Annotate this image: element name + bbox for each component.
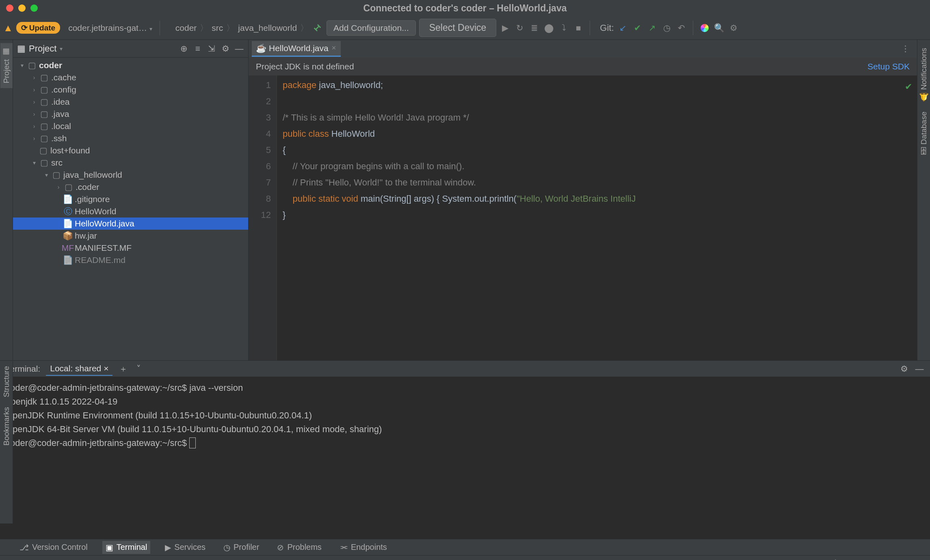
terminal-cursor: [189, 437, 196, 448]
tree-java[interactable]: ›▢.java: [13, 108, 248, 120]
bottom-tool-tabs: ⎇ Version Control ▣ Terminal ▶ Services …: [0, 539, 930, 555]
vcs-tab[interactable]: ⎇ Version Control: [16, 541, 91, 554]
tree-lostfound[interactable]: ▢lost+found: [13, 144, 248, 157]
tree-local[interactable]: ›▢.local: [13, 120, 248, 132]
hide-icon[interactable]: —: [234, 44, 244, 54]
tool-windows-icon[interactable]: ◱: [5, 558, 12, 560]
panel-title[interactable]: ▦ Project ▾: [17, 43, 63, 54]
tree-readme[interactable]: 📄README.md: [13, 254, 248, 266]
collapse-all-icon[interactable]: ⇲: [207, 44, 216, 54]
select-device-button[interactable]: Select Device: [419, 19, 497, 37]
crumb-pkg[interactable]: java_helloworld: [236, 22, 298, 34]
minimize-window[interactable]: [18, 4, 26, 12]
close-window[interactable]: [6, 4, 13, 12]
git-push-icon[interactable]: ↗: [647, 22, 658, 34]
profiler-tab[interactable]: ◷ Profiler: [220, 541, 262, 554]
project-tool-tab[interactable]: Project ▦: [0, 43, 13, 88]
add-configuration-button[interactable]: Add Configuration...: [327, 20, 416, 36]
tree-hw-class[interactable]: ⒸHelloWorld: [13, 205, 248, 218]
warning-icon: ▲: [3, 22, 13, 34]
terminal-output[interactable]: coder@coder-admin-jetbrains-gateway:~/sr…: [0, 377, 930, 539]
tree-config[interactable]: ›▢.config: [13, 84, 248, 96]
crumb-root[interactable]: coder: [174, 22, 199, 34]
build-icon[interactable]: [312, 22, 323, 34]
git-pull-icon[interactable]: ↙: [617, 22, 629, 34]
git-history-icon[interactable]: ◷: [661, 22, 673, 34]
close-tab-icon[interactable]: ×: [332, 44, 336, 52]
terminal-menu-icon[interactable]: ˅: [134, 364, 143, 374]
hide-terminal-icon[interactable]: —: [915, 364, 924, 374]
services-tab[interactable]: ▶ Services: [162, 541, 209, 554]
select-opened-icon[interactable]: ⊕: [179, 44, 189, 54]
tree-cache[interactable]: ›▢.cache: [13, 71, 248, 84]
rerun-icon[interactable]: ↻: [514, 22, 526, 34]
status-indexing[interactable]: Indexing JDK '11 (2)': [255, 558, 326, 560]
status-network[interactable]: (D) ↑36 B/s / ↓122 B/s: [632, 558, 707, 560]
project-selector[interactable]: coder.jetbrains-gat… ▾: [67, 22, 154, 34]
setup-sdk-link[interactable]: Setup SDK: [867, 62, 910, 71]
debug-icon[interactable]: ⬤: [543, 22, 555, 34]
code-text[interactable]: package java_helloworld; /* This is a si…: [277, 75, 917, 360]
problems-tab[interactable]: ⊘ Problems: [274, 541, 324, 554]
line-gutter: 1 2 3 4 5 6 7 8 12: [249, 75, 277, 360]
expand-all-icon[interactable]: ≡: [193, 44, 203, 54]
editor-tab[interactable]: ☕ HelloWorld.java ×: [252, 41, 341, 57]
database-tab[interactable]: 🗄 Database: [918, 107, 930, 159]
git-revert-icon[interactable]: ↶: [676, 22, 687, 34]
right-tool-strip: 🔔 Notifications 🗄 Database: [917, 40, 930, 360]
tree-hw-java[interactable]: 📄HelloWorld.java: [13, 218, 248, 230]
status-ping[interactable]: Ping (UI): 40 (40): [866, 558, 925, 560]
tree-root[interactable]: ▾▢coder: [13, 59, 248, 71]
tab-menu-icon[interactable]: ⋮: [897, 44, 914, 54]
update-button[interactable]: ⟳ Update: [16, 22, 60, 34]
terminal-tool-tab[interactable]: ▣ Terminal: [102, 541, 151, 554]
status-bar: ◱ Download pre-built shared indexes: Red…: [0, 555, 930, 560]
bookmarks-tab[interactable]: Bookmarks: [0, 402, 13, 450]
tree-idea[interactable]: ›▢.idea: [13, 96, 248, 108]
inspection-ok-icon[interactable]: ✔: [905, 79, 912, 95]
tree-ssh[interactable]: ›▢.ssh: [13, 132, 248, 144]
tree-jhw[interactable]: ▾▢java_helloworld: [13, 169, 248, 181]
tree-manifest[interactable]: MFMANIFEST.MF: [13, 242, 248, 254]
maximize-window[interactable]: [30, 4, 38, 12]
attach-icon[interactable]: ⤵: [558, 22, 569, 34]
coverage-icon[interactable]: ≣: [529, 22, 540, 34]
terminal-settings-icon[interactable]: ⚙: [899, 364, 909, 374]
terminal-header: Terminal: Local: shared × ＋ ˅ ⚙ —: [0, 361, 930, 377]
status-line-sep[interactable]: LF: [738, 558, 746, 560]
git-label: Git:: [600, 23, 614, 33]
settings-icon[interactable]: ⚙: [728, 22, 740, 34]
run-icon[interactable]: ▶: [500, 22, 511, 34]
sdk-banner: Project JDK is not defined Setup SDK: [249, 58, 917, 75]
tree-hw-jar[interactable]: 📦hw.jar: [13, 230, 248, 242]
left-tool-strip: Project ▦: [0, 40, 13, 360]
crumb-src[interactable]: src: [210, 22, 225, 34]
separator: [160, 21, 160, 35]
main-toolbar: ▲ ⟳ Update coder.jetbrains-gat… ▾ coder〉…: [0, 16, 930, 40]
structure-tab[interactable]: Structure: [0, 361, 13, 402]
status-position[interactable]: 1:1: [717, 558, 727, 560]
endpoints-tab[interactable]: ⫘ Endpoints: [336, 541, 390, 554]
code-editor[interactable]: 1 2 3 4 5 6 7 8 12 package java_hellowor…: [249, 75, 917, 360]
tree-gitignore[interactable]: 📄.gitignore: [13, 193, 248, 205]
chevron-down-icon: ▾: [149, 26, 152, 32]
editor-tabs: ☕ HelloWorld.java × ⋮: [249, 40, 917, 58]
notifications-tab[interactable]: 🔔 Notifications: [917, 43, 930, 107]
status-indent[interactable]: 4 spaces: [788, 558, 819, 560]
git-commit-icon[interactable]: ✔: [632, 22, 643, 34]
tree-coder-folder[interactable]: ›▢.coder: [13, 181, 248, 193]
terminal-tab[interactable]: Local: shared ×: [46, 362, 112, 376]
titlebar: Connected to coder's coder – HelloWorld.…: [0, 0, 930, 16]
status-download[interactable]: Download pre-built shared indexes: Reduc…: [22, 558, 245, 560]
editor-area: ☕ HelloWorld.java × ⋮ Project JDK is not…: [249, 40, 917, 360]
status-encoding[interactable]: UTF-8: [756, 558, 778, 560]
tree-src[interactable]: ▾▢src: [13, 157, 248, 169]
settings-icon[interactable]: ⚙: [221, 44, 230, 54]
new-terminal-icon[interactable]: ＋: [118, 364, 128, 374]
window-title: Connected to coder's coder – HelloWorld.…: [363, 3, 567, 14]
stop-icon[interactable]: ■: [573, 22, 584, 34]
search-icon[interactable]: 🔍: [714, 22, 725, 34]
banner-msg: Project JDK is not defined: [256, 62, 354, 71]
status-branch[interactable]: ⎇ main: [828, 558, 856, 560]
code-with-me-icon[interactable]: [699, 22, 710, 34]
